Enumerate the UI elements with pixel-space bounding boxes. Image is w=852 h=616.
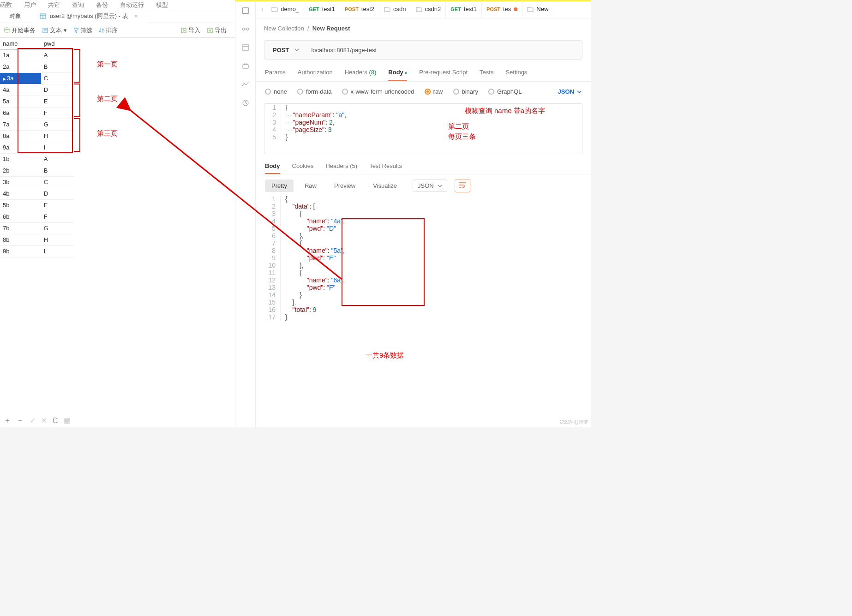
right-main: ‹ demo_GETtest1POSTtest2csdncsdn2GETtest…: [256, 0, 591, 427]
table-row[interactable]: 6bF: [0, 211, 74, 222]
radio-raw[interactable]: raw: [425, 88, 443, 95]
request-tab[interactable]: POSTtes: [482, 0, 522, 18]
lang-label: JSON: [558, 88, 574, 95]
view-pretty[interactable]: Pretty: [265, 179, 294, 192]
request-tab[interactable]: GETtest1: [304, 0, 340, 18]
cancel-button[interactable]: ✕: [41, 416, 47, 425]
radio-form-data[interactable]: form-data: [297, 88, 332, 95]
radio-graphql[interactable]: GraphQL: [488, 88, 522, 95]
tab-auth[interactable]: Authorization: [298, 69, 333, 81]
table-row[interactable]: 7bG: [0, 222, 74, 234]
wrap-lines-button[interactable]: [455, 179, 470, 192]
tab-nav-back[interactable]: ‹: [258, 6, 267, 12]
menu-item[interactable]: 模型: [156, 1, 168, 8]
resp-tab-headers[interactable]: Headers (5): [325, 162, 357, 174]
request-body-editor[interactable]: 模糊查询 name 带a的名字 第二页 每页三条 1{2····"namePar…: [264, 103, 582, 154]
menu-item[interactable]: 备份: [96, 1, 108, 8]
wrap-icon: [459, 182, 466, 188]
resp-tab-body[interactable]: Body: [265, 162, 280, 174]
export-button[interactable]: 导出: [207, 26, 227, 35]
api-client-panel: ‹ demo_GETtest1POSTtest2csdncsdn2GETtest…: [235, 0, 591, 427]
crumb-request[interactable]: New Request: [312, 25, 350, 32]
tab-headers[interactable]: Headers (8): [345, 69, 377, 81]
method-select[interactable]: POST: [264, 47, 306, 54]
env-icon[interactable]: [241, 43, 250, 52]
radio-none[interactable]: none: [265, 88, 287, 95]
text-button[interactable]: 文本 ▾: [42, 26, 67, 35]
refresh-button[interactable]: C: [53, 417, 58, 425]
request-tab[interactable]: csdn: [379, 0, 411, 18]
resp-lang-select[interactable]: JSON: [413, 179, 447, 192]
tab-settings[interactable]: Settings: [505, 69, 527, 81]
apis-icon[interactable]: [241, 25, 250, 33]
tab-table[interactable]: user2 @mybatis (阿里云) - 表: [30, 9, 147, 23]
url-input[interactable]: localhost:8081/page-test: [306, 47, 582, 54]
radio-label: GraphQL: [497, 88, 522, 95]
request-tab[interactable]: demo_: [267, 0, 304, 18]
radio-urlencoded[interactable]: x-www-form-urlencoded: [342, 88, 414, 95]
request-tab[interactable]: POSTtest2: [340, 0, 379, 18]
table-row[interactable]: 5bE: [0, 199, 74, 211]
label-page2: 第二页: [97, 95, 118, 103]
crumb-collection[interactable]: New Collection: [264, 25, 304, 32]
menu-item[interactable]: 函数: [0, 1, 12, 8]
data-grid: namepwd 1aA2aB3aC4aD5aE6aF7aG8aH9aI1bA2b…: [0, 38, 235, 427]
radio-label: x-www-form-urlencoded: [351, 88, 414, 95]
response-body-viewer[interactable]: 一共9条数据 1{2 "data": [3 {4 "name": "4a",5 …: [264, 195, 582, 321]
start-tx-button[interactable]: 开始事务: [4, 26, 36, 35]
request-tabs: ‹ demo_GETtest1POSTtest2csdncsdn2GETtest…: [256, 0, 591, 18]
delete-row-button[interactable]: －: [17, 416, 24, 425]
resp-tab-cookies[interactable]: Cookies: [292, 162, 314, 174]
table-row[interactable]: 1bA: [0, 153, 74, 165]
filter-button[interactable]: 筛选: [73, 26, 92, 35]
raw-lang-select[interactable]: JSON: [558, 88, 582, 95]
menu-item[interactable]: 查询: [72, 1, 84, 8]
table-row[interactable]: 9bI: [0, 245, 74, 257]
bracket-page2: [74, 84, 80, 117]
menu-item[interactable]: 用户: [24, 1, 36, 8]
tab-body[interactable]: Body: [388, 69, 407, 81]
history-icon[interactable]: [241, 99, 250, 107]
monitor-icon[interactable]: [241, 80, 250, 89]
import-button[interactable]: 导入: [180, 26, 200, 35]
table-row[interactable]: 3bC: [0, 176, 74, 188]
left-menubar: 函数 用户 共它 查询 备份 自动运行 模型: [0, 0, 235, 9]
add-row-button[interactable]: ＋: [4, 416, 11, 425]
text-icon: [42, 27, 48, 34]
radio-binary[interactable]: binary: [453, 88, 478, 95]
sort-icon: [99, 28, 104, 33]
tab-prerequest[interactable]: Pre-request Script: [419, 69, 468, 81]
request-tab[interactable]: New: [522, 0, 553, 18]
bracket-page1: [74, 49, 80, 83]
response-highlight-box: [342, 218, 425, 306]
view-raw[interactable]: Raw: [298, 179, 323, 192]
grid-view-button[interactable]: ▦: [64, 416, 71, 425]
request-tab[interactable]: GETtest1: [446, 0, 482, 18]
mock-icon[interactable]: [241, 62, 250, 70]
radio-label: form-data: [306, 88, 332, 95]
crumb-sep: /: [307, 25, 309, 32]
table-row[interactable]: 4bD: [0, 188, 74, 199]
request-tab[interactable]: csdn2: [411, 0, 446, 18]
tab-objects[interactable]: 对象: [0, 9, 30, 23]
table-row[interactable]: 2bB: [0, 165, 74, 176]
radio-label: none: [274, 88, 287, 95]
chevron-down-icon: [438, 185, 442, 187]
view-visualize[interactable]: Visualize: [366, 179, 403, 192]
menu-item[interactable]: 共它: [48, 1, 60, 8]
sort-button[interactable]: 排序: [99, 26, 118, 35]
commit-button[interactable]: ✓: [30, 416, 36, 425]
request-line: POST localhost:8081/page-test: [264, 40, 582, 60]
table-icon: [40, 13, 46, 19]
collections-icon[interactable]: [241, 6, 250, 15]
sort-label: 排序: [106, 26, 118, 35]
resp-tab-tests[interactable]: Test Results: [369, 162, 402, 174]
response-annotation-total: 一共9条数据: [366, 351, 404, 360]
tab-tests[interactable]: Tests: [480, 69, 493, 81]
table-row[interactable]: 8bH: [0, 234, 74, 245]
svg-point-10: [242, 28, 245, 30]
view-preview[interactable]: Preview: [328, 179, 362, 192]
menu-item[interactable]: 自动运行: [120, 1, 144, 8]
tab-params[interactable]: Params: [265, 69, 286, 81]
body-type-row: none form-data x-www-form-urlencoded raw…: [256, 82, 591, 102]
